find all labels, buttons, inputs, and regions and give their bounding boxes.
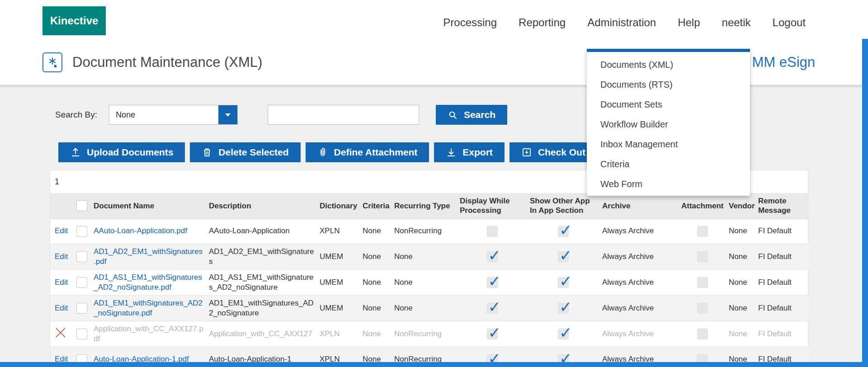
row-select-checkbox[interactable]: [76, 277, 87, 288]
menu-item-document-sets[interactable]: Document Sets: [587, 94, 750, 114]
search-button-label: Search: [464, 109, 495, 120]
nav-reporting[interactable]: Reporting: [519, 16, 566, 29]
display-while-processing-checkbox[interactable]: [487, 251, 498, 262]
nav-processing[interactable]: Processing: [443, 16, 497, 29]
document-maintenance-icon: [42, 52, 62, 72]
description-text: AD1_AD2_EM1_withSignatures: [209, 247, 314, 266]
vendor-text: None: [729, 304, 747, 312]
export-button[interactable]: Export: [434, 142, 505, 162]
edit-link[interactable]: Edit: [55, 278, 68, 287]
document-name-link[interactable]: AAuto-Loan-Application.pdf: [94, 226, 187, 235]
menu-item-web-form[interactable]: Web Form: [587, 174, 750, 194]
document-name-link[interactable]: AD1_AD2_EM1_withSignatures.pdf: [94, 247, 203, 266]
attachment-checkbox[interactable]: [697, 277, 708, 288]
column-header-archive: Archive: [599, 193, 679, 219]
description-text: Application_with_CC_AXX127: [209, 329, 312, 338]
attachment-checkbox[interactable]: [697, 226, 708, 237]
define-attachment-button[interactable]: Define Attachment: [306, 142, 429, 162]
show-other-app-checkbox[interactable]: [558, 277, 569, 288]
page-number[interactable]: 1: [55, 177, 59, 187]
menu-item-workflow-builder[interactable]: Workflow Builder: [587, 114, 750, 134]
row-select-checkbox[interactable]: [76, 251, 87, 262]
document-name-link[interactable]: Application_with_CC_AXX127.pdf: [94, 325, 203, 343]
top-nav: Kinective Processing Reporting Administr…: [0, 0, 868, 42]
show-other-app-checkbox[interactable]: [558, 251, 569, 262]
recurring-type-text: None: [394, 252, 413, 261]
delete-selected-button[interactable]: Delete Selected: [190, 142, 300, 162]
search-by-label: Search By:: [55, 110, 97, 120]
remove-x-icon[interactable]: [55, 327, 66, 339]
menu-item-documents-rts[interactable]: Documents (RTS): [587, 75, 750, 94]
menu-item-inbox-management[interactable]: Inbox Management: [587, 134, 750, 154]
vertical-scrollbar[interactable]: [862, 39, 868, 362]
documents-table: Document Name Description Dictionary Cri…: [50, 193, 809, 367]
dictionary-text: XPLN: [320, 329, 340, 338]
column-header-recurring-type: Recurring Type: [392, 193, 457, 219]
column-header-action: [50, 193, 73, 219]
button-label: Delete Selected: [218, 147, 288, 158]
document-name-link[interactable]: AD1_AS1_EM1_withSignatures_AD2_noSignatu…: [94, 273, 202, 292]
search-input[interactable]: [268, 105, 419, 125]
main-nav: Processing Reporting Administration Help…: [443, 13, 806, 29]
check-out-icon: [521, 147, 532, 158]
display-while-processing-checkbox[interactable]: [487, 226, 498, 237]
display-while-processing-checkbox[interactable]: [487, 277, 498, 288]
recurring-type-text: NonRecurring: [394, 226, 442, 235]
display-while-processing-checkbox[interactable]: [487, 329, 498, 339]
criteria-text: None: [363, 252, 381, 261]
show-other-app-checkbox[interactable]: [558, 303, 569, 314]
search-by-select[interactable]: None: [109, 105, 238, 125]
edit-link[interactable]: Edit: [55, 252, 68, 261]
button-label: Export: [462, 147, 493, 158]
select-all-checkbox[interactable]: [76, 200, 87, 211]
attachment-checkbox[interactable]: [697, 251, 708, 262]
show-other-app-checkbox[interactable]: [558, 329, 569, 339]
vendor-text: None: [729, 278, 747, 287]
column-header-vendor: Vendor: [726, 193, 755, 219]
display-while-processing-checkbox[interactable]: [487, 303, 498, 314]
column-header-show-other-app: Show Other App In App Section: [527, 193, 599, 219]
row-select-checkbox[interactable]: [76, 226, 87, 237]
upload-documents-button[interactable]: Upload Documents: [58, 142, 185, 162]
description-text: AD1_AS1_EM1_withSignatures_AD2_noSignatu…: [209, 273, 314, 292]
row-select-checkbox[interactable]: [76, 303, 87, 314]
nav-administration[interactable]: Administration: [587, 16, 656, 29]
column-header-dictionary: Dictionary: [317, 193, 360, 219]
archive-text: Always Archive: [602, 252, 654, 261]
edit-link[interactable]: Edit: [55, 304, 68, 312]
description-text: AAuto-Loan-Application: [209, 226, 290, 235]
nav-username[interactable]: neetik: [722, 16, 751, 29]
column-header-attachment: Attachment: [679, 193, 726, 219]
table-row: Edit AAuto-Loan-Application.pdf AAuto-Lo…: [50, 219, 809, 244]
chevron-down-icon[interactable]: [218, 105, 237, 124]
row-select-checkbox[interactable]: [76, 329, 87, 339]
recurring-type-text: NonRecurring: [394, 329, 442, 338]
recurring-type-text: None: [394, 278, 413, 287]
nav-logout[interactable]: Logout: [773, 16, 806, 29]
nav-help[interactable]: Help: [678, 16, 700, 29]
menu-item-criteria[interactable]: Criteria: [587, 154, 750, 174]
archive-text: Always Archive: [602, 226, 654, 235]
remote-message-text: FI Default: [758, 252, 792, 261]
attachment-checkbox[interactable]: [697, 329, 708, 339]
horizontal-scrollbar[interactable]: [0, 362, 868, 367]
vendor-text: None: [729, 329, 747, 338]
vendor-text: None: [729, 252, 747, 261]
search-button[interactable]: Search: [436, 105, 507, 125]
remote-message-text: FI Default: [758, 329, 792, 338]
remote-message-text: FI Default: [758, 226, 792, 235]
menu-item-documents-xml[interactable]: Documents (XML): [587, 55, 750, 75]
toolbar: Upload Documents Delete Selected Define …: [58, 142, 597, 162]
column-header-document-name: Document Name: [91, 193, 206, 219]
kinective-logo[interactable]: Kinective: [42, 6, 106, 35]
check-out-button[interactable]: Check Out: [509, 142, 597, 162]
document-name-link[interactable]: AD1_EM1_withSignatures_AD2_noSignature.p…: [94, 299, 203, 317]
edit-link[interactable]: Edit: [55, 226, 68, 235]
attachment-checkbox[interactable]: [697, 303, 708, 314]
show-other-app-checkbox[interactable]: [558, 226, 569, 237]
search-row: Search By: None Search: [55, 105, 507, 125]
export-icon: [446, 147, 457, 158]
trash-icon: [202, 147, 212, 158]
table-header-row: Document Name Description Dictionary Cri…: [50, 193, 809, 219]
administration-menu: Documents (XML) Documents (RTS) Document…: [587, 49, 750, 196]
